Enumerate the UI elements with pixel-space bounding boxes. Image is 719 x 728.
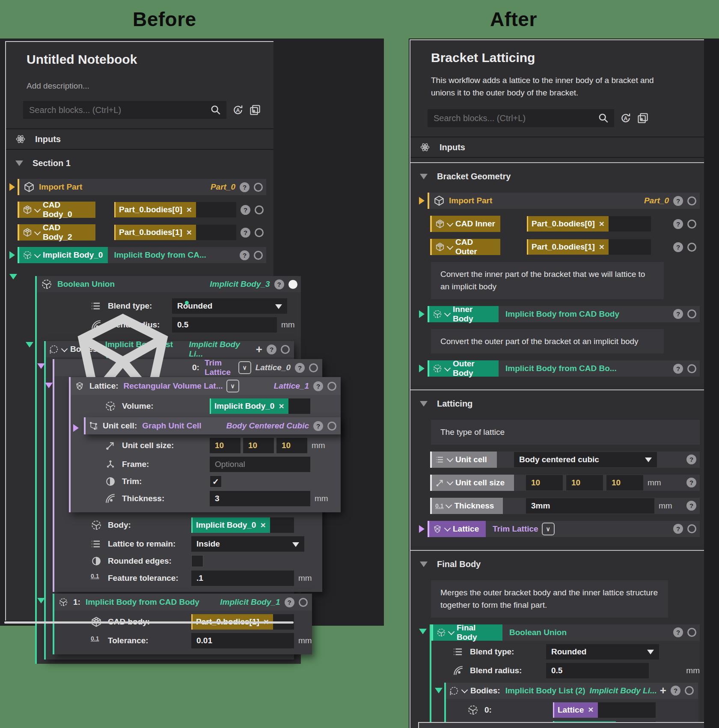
inner-body-block[interactable]: Inner Body Implicit Body from CAD Body (428, 306, 700, 322)
help-icon[interactable] (673, 524, 683, 534)
expand-icon[interactable] (73, 424, 79, 432)
unit-cell-select[interactable]: Body centered cubic (514, 452, 657, 467)
notebook-title[interactable]: Bracket Latticing (431, 51, 704, 65)
status-icon[interactable] (687, 524, 696, 533)
search-in-results-icon[interactable]: A (232, 104, 244, 116)
trim-lattice-name[interactable]: Trim Lattice (205, 358, 235, 377)
help-icon[interactable] (673, 219, 683, 229)
cad-body-2-field[interactable]: Part_0.bodies[1] (114, 225, 236, 240)
lattice-to-remain-select[interactable]: Inside (191, 536, 304, 552)
help-icon[interactable] (285, 597, 294, 607)
import-part-block[interactable]: Import Part Part_0 (428, 193, 700, 209)
notebook-title[interactable]: Untitled Notebook (27, 52, 273, 67)
help-icon[interactable] (673, 627, 683, 637)
size-y-input[interactable] (566, 475, 603, 490)
help-icon[interactable] (313, 421, 323, 431)
size-z-input[interactable] (606, 475, 643, 490)
cad-outer-value-chip[interactable]: Part_0.bodies[1] (527, 239, 609, 255)
volume-field[interactable]: Implicit Body_0 (210, 398, 310, 414)
status-icon[interactable] (255, 228, 264, 237)
size-x-input[interactable] (526, 475, 563, 490)
status-icon[interactable] (288, 280, 297, 289)
trim-lattice-header[interactable]: 0: Trim Lattice Lattice_0 (54, 359, 322, 376)
blend-type-select[interactable]: Rounded (172, 298, 287, 314)
add-block-icon[interactable] (637, 113, 648, 124)
collapse-icon[interactable] (419, 629, 427, 634)
search-input-wrap[interactable] (23, 101, 226, 119)
block-menu-icon[interactable] (542, 523, 555, 535)
add-item-icon[interactable] (256, 344, 262, 355)
blend-radius-input[interactable] (172, 317, 277, 333)
collapse-icon[interactable] (420, 562, 428, 567)
add-item-icon[interactable] (660, 685, 666, 696)
expand-icon[interactable] (419, 310, 425, 318)
implicit-from-cad-name[interactable]: Implicit Body from CAD Body (86, 597, 199, 607)
status-icon[interactable] (687, 220, 696, 229)
latticing-header[interactable]: Latticing (410, 390, 704, 413)
status-icon[interactable] (685, 686, 694, 695)
status-icon[interactable] (687, 364, 696, 373)
inner-body-chip[interactable]: Inner Body (428, 306, 499, 322)
status-icon[interactable] (281, 345, 290, 354)
cad-body-2-chip[interactable]: CAD Body_2 (18, 224, 95, 241)
expand-icon[interactable] (419, 197, 425, 205)
help-icon[interactable] (240, 182, 250, 192)
thickness-chip[interactable]: 0.1 Thickness (430, 498, 503, 514)
help-icon[interactable] (241, 205, 250, 215)
cad-outer-chip[interactable]: CAD Outer (430, 239, 500, 255)
help-icon[interactable] (313, 381, 323, 391)
inputs-header[interactable]: Inputs (410, 137, 704, 158)
collapse-icon[interactable] (15, 160, 23, 166)
help-icon[interactable] (274, 279, 284, 289)
expand-icon[interactable] (9, 251, 15, 259)
help-icon[interactable] (240, 250, 250, 260)
bodies-header[interactable]: Bodies: Implicit Body List (2) Implicit … (446, 683, 698, 699)
horizontal-scrollbar[interactable] (4, 621, 294, 624)
search-input[interactable] (28, 105, 210, 116)
search-icon[interactable] (210, 104, 221, 116)
help-icon[interactable] (686, 455, 696, 464)
help-icon[interactable] (295, 363, 305, 373)
add-block-icon[interactable] (250, 104, 261, 116)
unit-cell-name[interactable]: Graph Unit Cell (142, 421, 201, 431)
expand-icon[interactable] (419, 365, 425, 372)
inputs-header[interactable]: Inputs (6, 128, 273, 150)
import-part-block[interactable]: Import Part Part_0 (18, 179, 266, 195)
boolean-union-header[interactable]: Boolean Union Implicit Body_3 (37, 276, 301, 292)
cad-inner-field[interactable]: Part_0.bodies[0] (527, 216, 651, 232)
help-icon[interactable] (686, 501, 696, 511)
notebook-description[interactable]: This workflow adds a lattice to the inne… (431, 74, 671, 99)
unit-cell-size-chip[interactable]: Unit cell size (430, 475, 514, 491)
thickness-input[interactable] (210, 491, 310, 506)
thickness-input[interactable] (526, 498, 654, 514)
bracket-geometry-header[interactable]: Bracket Geometry (410, 163, 704, 186)
status-icon[interactable] (687, 628, 696, 637)
remove-icon[interactable] (599, 219, 604, 229)
body-value-chip[interactable]: Implicit Body_0 (191, 517, 270, 533)
status-icon[interactable] (299, 598, 308, 607)
cad-inner-chip[interactable]: CAD Inner (430, 216, 500, 232)
remove-icon[interactable] (260, 520, 265, 530)
collapse-icon[interactable] (435, 688, 443, 693)
size-z-input[interactable] (276, 438, 307, 453)
section-1-header[interactable]: Section 1 (6, 150, 273, 172)
unit-cell-chip[interactable]: Unit cell (430, 452, 497, 468)
status-icon[interactable] (687, 196, 696, 205)
search-icon[interactable] (598, 113, 609, 124)
trim-checkbox[interactable] (210, 475, 222, 487)
help-icon[interactable] (673, 364, 683, 374)
cad-body-0-field[interactable]: Part_0.bodies[0] (114, 202, 236, 217)
implicit-from-cad-header[interactable]: 1: Implicit Body from CAD Body Implicit … (54, 594, 312, 611)
tolerance-input[interactable] (191, 633, 294, 648)
status-icon[interactable] (255, 205, 264, 214)
implicit-body-0-chip[interactable]: Implicit Body_0 (18, 247, 108, 263)
expand-icon[interactable] (419, 525, 425, 533)
lattice-chip[interactable]: Lattice (428, 521, 486, 537)
remove-icon[interactable] (187, 205, 192, 215)
search-input[interactable] (433, 113, 598, 124)
collapse-icon[interactable] (37, 598, 45, 603)
help-icon[interactable] (673, 196, 683, 206)
help-icon[interactable] (267, 345, 276, 354)
help-icon[interactable] (686, 478, 696, 487)
lattice-type[interactable]: Trim Lattice (493, 524, 538, 534)
